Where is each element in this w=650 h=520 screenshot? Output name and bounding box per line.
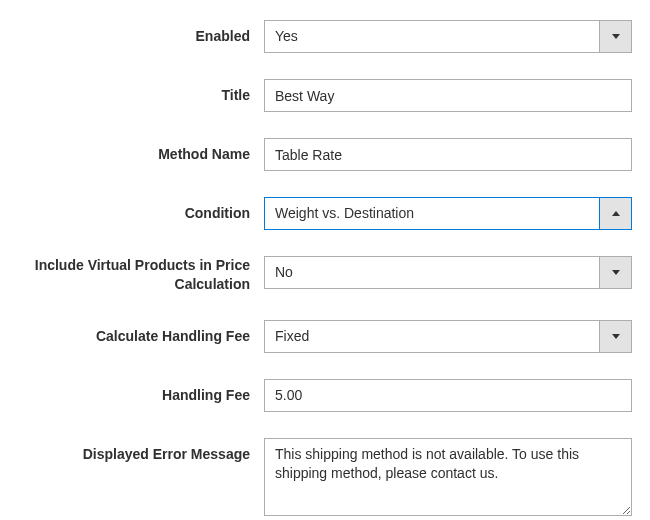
chevron-down-icon xyxy=(612,34,620,39)
error-msg-label: Displayed Error Message xyxy=(10,438,264,462)
include-virtual-label: Include Virtual Products in Price Calcul… xyxy=(10,256,264,294)
enabled-value: Yes xyxy=(264,20,599,53)
calc-handling-select[interactable]: Fixed xyxy=(264,320,632,353)
calc-handling-value: Fixed xyxy=(264,320,599,353)
method-name-label: Method Name xyxy=(10,138,264,162)
handling-fee-input[interactable] xyxy=(264,379,632,412)
enabled-select[interactable]: Yes xyxy=(264,20,632,53)
calc-handling-label: Calculate Handling Fee xyxy=(10,320,264,344)
condition-label: Condition xyxy=(10,197,264,221)
chevron-down-icon xyxy=(612,334,620,339)
title-label: Title xyxy=(10,79,264,103)
chevron-up-icon xyxy=(612,211,620,216)
include-virtual-select[interactable]: No xyxy=(264,256,632,289)
enabled-dropdown-button[interactable] xyxy=(599,20,632,53)
title-input[interactable] xyxy=(264,79,632,112)
enabled-label: Enabled xyxy=(10,20,264,44)
include-virtual-dropdown-button[interactable] xyxy=(599,256,632,289)
include-virtual-value: No xyxy=(264,256,599,289)
error-msg-textarea[interactable] xyxy=(264,438,632,516)
condition-select[interactable]: Weight vs. Destination xyxy=(264,197,632,230)
chevron-down-icon xyxy=(612,270,620,275)
condition-dropdown-button[interactable] xyxy=(599,197,632,230)
condition-value: Weight vs. Destination xyxy=(264,197,599,230)
handling-fee-label: Handling Fee xyxy=(10,379,264,403)
method-name-input[interactable] xyxy=(264,138,632,171)
calc-handling-dropdown-button[interactable] xyxy=(599,320,632,353)
